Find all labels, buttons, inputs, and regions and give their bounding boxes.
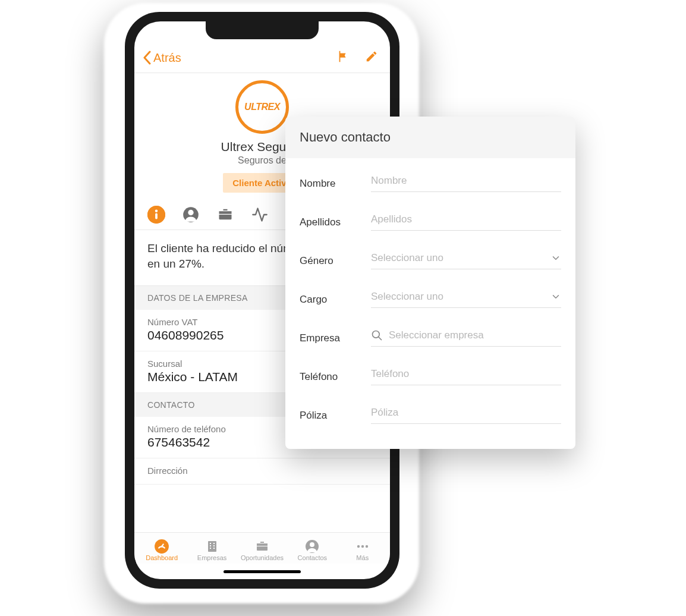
lastname-input[interactable]: Apellidos xyxy=(371,213,561,231)
bottom-nav: Dashboard Empresas Oportunidades Contact… xyxy=(134,532,390,564)
svg-rect-2 xyxy=(155,213,158,219)
nav-companies[interactable]: Empresas xyxy=(187,539,237,561)
svg-point-4 xyxy=(188,210,193,215)
briefcase-icon xyxy=(217,206,234,223)
form-row-policy: Póliza Póliza xyxy=(300,396,561,435)
svg-point-18 xyxy=(366,545,368,548)
form-row-phone: Teléfono Teléfono xyxy=(300,357,561,396)
svg-rect-8 xyxy=(210,543,211,544)
form-row-name: Nombre Nombre xyxy=(300,164,561,203)
panel-title: Nuevo contacto xyxy=(285,117,575,158)
role-select[interactable]: Seleccionar uno xyxy=(371,291,561,308)
tab-person[interactable] xyxy=(182,206,200,224)
company-label: Empresa xyxy=(300,332,371,344)
policy-input[interactable]: Póliza xyxy=(371,407,561,424)
gender-placeholder: Seleccionar uno xyxy=(371,252,545,264)
nav-label: Dashboard xyxy=(146,554,178,561)
nav-label: Contactos xyxy=(298,554,328,561)
name-placeholder: Nombre xyxy=(371,175,561,187)
new-contact-panel: Nuevo contacto Nombre Nombre Apellidos A… xyxy=(285,117,575,449)
building-icon xyxy=(205,539,219,554)
nav-dashboard[interactable]: Dashboard xyxy=(137,539,187,561)
svg-point-17 xyxy=(361,545,364,548)
info-icon xyxy=(147,206,165,224)
svg-line-20 xyxy=(379,337,382,340)
dashboard-icon xyxy=(154,539,169,554)
company-subtitle: Seguros de xyxy=(238,155,287,166)
company-placeholder: Seleccionar empresa xyxy=(389,329,561,341)
svg-point-16 xyxy=(357,545,360,548)
lastname-placeholder: Apellidos xyxy=(371,213,561,225)
back-label: Atrás xyxy=(153,51,181,65)
company-search[interactable]: Seleccionar empresa xyxy=(371,329,561,347)
home-indicator xyxy=(134,564,390,579)
activity-icon xyxy=(251,206,269,223)
role-label: Cargo xyxy=(300,294,371,306)
form-row-gender: Género Seleccionar uno xyxy=(300,241,561,280)
search-icon xyxy=(371,329,383,341)
svg-rect-12 xyxy=(210,548,211,549)
name-label: Nombre xyxy=(300,178,371,190)
svg-rect-13 xyxy=(213,548,215,549)
flag-icon[interactable] xyxy=(336,50,350,65)
chevron-down-icon xyxy=(550,291,561,302)
form-row-role: Cargo Seleccionar uno xyxy=(300,280,561,319)
lastname-label: Apellidos xyxy=(300,216,371,228)
svg-rect-9 xyxy=(213,543,215,544)
form-row-company: Empresa Seleccionar empresa xyxy=(300,319,561,357)
chevron-left-icon xyxy=(143,51,152,65)
address-label: Dirrección xyxy=(147,466,377,476)
person-icon xyxy=(182,206,199,223)
person-icon xyxy=(305,539,319,554)
nav-contacts[interactable]: Contactos xyxy=(287,539,337,561)
phone-placeholder: Teléfono xyxy=(371,368,561,380)
tab-info[interactable] xyxy=(147,206,165,224)
nav-label: Oportunidades xyxy=(241,554,284,561)
company-logo: ULTREX xyxy=(235,80,289,134)
more-icon xyxy=(355,539,370,554)
svg-point-15 xyxy=(310,542,314,547)
briefcase-icon xyxy=(254,539,270,554)
nav-label: Empresas xyxy=(197,554,227,561)
gender-label: Género xyxy=(300,255,371,267)
gender-select[interactable]: Seleccionar uno xyxy=(371,252,561,269)
policy-placeholder: Póliza xyxy=(371,407,561,419)
tab-activity[interactable] xyxy=(251,206,269,224)
phone-notch xyxy=(206,21,319,39)
edit-icon[interactable] xyxy=(365,50,378,65)
role-placeholder: Seleccionar uno xyxy=(371,291,545,303)
svg-rect-11 xyxy=(213,545,215,546)
svg-point-1 xyxy=(155,210,158,213)
policy-label: Póliza xyxy=(300,410,371,422)
back-button[interactable]: Atrás xyxy=(143,51,181,65)
name-input[interactable]: Nombre xyxy=(371,175,561,192)
chevron-down-icon xyxy=(550,253,561,263)
tab-briefcase[interactable] xyxy=(216,206,234,224)
nav-label: Más xyxy=(356,554,369,561)
logo-text: ULTREX xyxy=(244,102,280,112)
nav-more[interactable]: Más xyxy=(338,539,388,561)
form-row-lastname: Apellidos Apellidos xyxy=(300,203,561,241)
field-address: Dirrección xyxy=(134,458,390,485)
svg-rect-10 xyxy=(210,545,211,546)
svg-rect-7 xyxy=(208,541,216,552)
phone-input[interactable]: Teléfono xyxy=(371,368,561,385)
nav-opportunities[interactable]: Oportunidades xyxy=(237,539,287,561)
phone-field-label: Teléfono xyxy=(300,371,371,383)
